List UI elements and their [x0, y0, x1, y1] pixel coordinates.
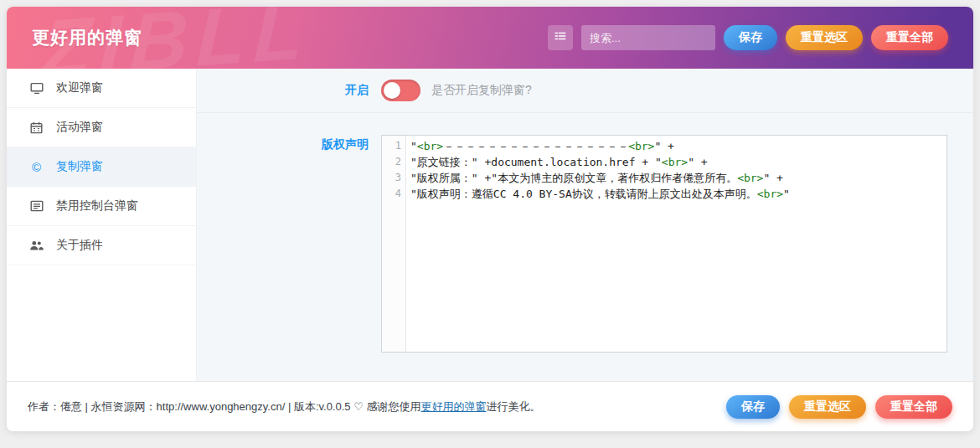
- console-icon: [29, 200, 44, 212]
- footer-reset-all-button[interactable]: 重置全部: [875, 395, 952, 419]
- sidebar-item-copy-popup[interactable]: ©复制弹窗: [7, 147, 196, 187]
- page-title: 更好用的弹窗: [32, 26, 142, 49]
- footer: 作者：倦意 | 永恒资源网：http://www.yonghengzy.cn/ …: [7, 381, 973, 431]
- line-number: 2: [382, 154, 401, 170]
- editor-line-numbers: 1234: [382, 136, 406, 352]
- sidebar: 欢迎弹窗活动弹窗©复制弹窗禁用控制台弹窗关于插件: [7, 69, 197, 381]
- page: { "header": { "title": "更好用的弹窗", "waterm…: [0, 0, 980, 448]
- sidebar-item-label: 复制弹窗: [56, 159, 103, 174]
- code-line: "版权所属：" +"本文为博主的原创文章，著作权归作者倦意所有。<br>" +: [410, 170, 790, 186]
- sidebar-item-console-popup[interactable]: 禁用控制台弹窗: [7, 187, 196, 226]
- reset-all-button[interactable]: 重置全部: [871, 25, 948, 50]
- content: 欢迎弹窗活动弹窗©复制弹窗禁用控制台弹窗关于插件 开启 是否开启复制弹窗? 版权…: [7, 69, 973, 381]
- header: ZIBLL 更好用的弹窗 保存 重置选区 重置全部: [7, 7, 973, 69]
- header-controls: 保存 重置选区 重置全部: [548, 7, 948, 69]
- enable-setting-row: 开启 是否开启复制弹窗?: [197, 69, 973, 113]
- list-icon: [554, 29, 567, 46]
- search-input[interactable]: [581, 25, 715, 50]
- sidebar-item-label: 禁用控制台弹窗: [56, 198, 138, 214]
- footer-reset-selection-button[interactable]: 重置选区: [789, 395, 866, 419]
- sidebar-item-welcome-popup[interactable]: 欢迎弹窗: [7, 69, 196, 108]
- sidebar-item-activity-popup[interactable]: 活动弹窗: [7, 108, 196, 147]
- sidebar-item-label: 关于插件: [56, 238, 103, 253]
- line-number: 3: [382, 170, 401, 186]
- code-line: "<br>－－－－－－－－－－－－－－－－－<br>" +: [410, 138, 790, 154]
- main-settings: 开启 是否开启复制弹窗? 版权声明 1234 "<br>－－－－－－－－－－－－…: [197, 69, 973, 381]
- line-number: 1: [382, 138, 401, 154]
- code-line: "版权声明：遵循CC 4.0 BY-SA协议，转载请附上原文出处及本声明。<br…: [410, 186, 790, 202]
- menu-list-icon-button[interactable]: [548, 25, 573, 50]
- sidebar-item-about-plugin[interactable]: 关于插件: [7, 226, 196, 265]
- editor-code-area: "<br>－－－－－－－－－－－－－－－－－<br>" +"原文链接：" +do…: [406, 136, 790, 352]
- copyright-code-editor[interactable]: 1234 "<br>－－－－－－－－－－－－－－－－－<br>" +"原文链接：…: [381, 135, 947, 353]
- enable-label: 开启: [197, 83, 369, 98]
- sidebar-item-label: 欢迎弹窗: [56, 80, 103, 95]
- copyright-icon: ©: [29, 161, 44, 173]
- code-line: "原文链接：" +document.location.href + "<br>"…: [410, 154, 790, 170]
- enable-toggle[interactable]: [381, 80, 420, 101]
- line-number: 4: [382, 186, 401, 202]
- sidebar-item-label: 活动弹窗: [56, 120, 103, 135]
- enable-description: 是否开启复制弹窗?: [431, 83, 532, 98]
- settings-panel: ZIBLL 更好用的弹窗 保存 重置选区 重置全部 欢迎弹窗活动弹窗©复制弹窗禁…: [7, 7, 973, 431]
- save-button[interactable]: 保存: [724, 25, 777, 50]
- footer-credits: 作者：倦意 | 永恒资源网：http://www.yonghengzy.cn/ …: [28, 399, 540, 415]
- monitor-icon: [29, 82, 44, 95]
- footer-save-button[interactable]: 保存: [726, 395, 780, 419]
- users-icon: [29, 239, 44, 251]
- footer-buttons: 保存 重置选区 重置全部: [726, 395, 952, 419]
- toggle-knob: [384, 82, 400, 99]
- reset-selection-button[interactable]: 重置选区: [786, 25, 863, 50]
- footer-text-before: 作者：倦意 | 永恒资源网：http://www.yonghengzy.cn/ …: [28, 400, 420, 413]
- copyright-label: 版权声明: [197, 135, 369, 152]
- plugin-link[interactable]: 更好用的弹窗: [420, 400, 486, 413]
- calendar-icon: [29, 121, 44, 134]
- footer-text-after: 进行美化。: [486, 400, 540, 413]
- copyright-setting-row: 版权声明 1234 "<br>－－－－－－－－－－－－－－－－－<br>" +"…: [197, 113, 973, 353]
